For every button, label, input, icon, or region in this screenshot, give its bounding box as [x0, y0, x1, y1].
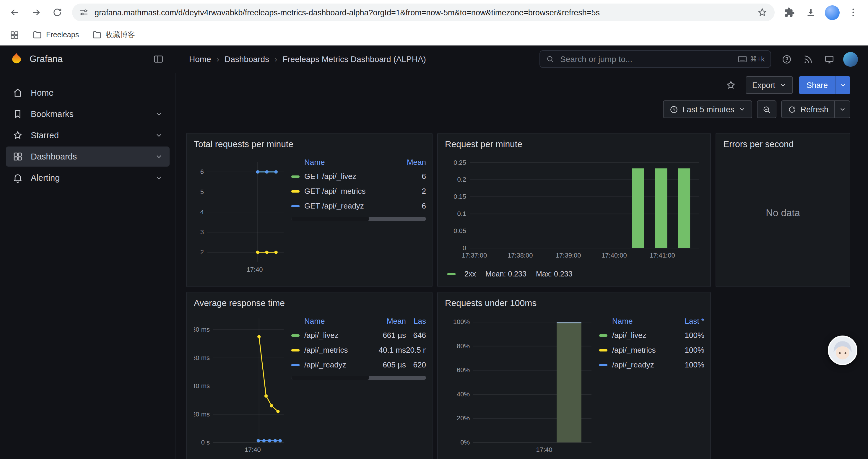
chart-request-per-minute[interactable]: 0.250.20.150.10.05017:37:0017:38:0017:39…: [445, 153, 703, 268]
folder-icon: [92, 30, 101, 40]
panel-title[interactable]: Average response time: [194, 296, 425, 310]
url-bar[interactable]: grafana.mathmast.com/d/deytv4rwavabkb/fr…: [72, 4, 775, 21]
screen: grafana.mathmast.com/d/deytv4rwavabkb/fr…: [0, 0, 868, 459]
legend-row: /api/_readyz 100%: [599, 357, 704, 372]
bookmark-label: 收藏博客: [105, 30, 135, 40]
reload-button[interactable]: [47, 2, 67, 23]
site-info-icon[interactable]: [79, 8, 89, 17]
legend-col-name[interactable]: Name: [304, 316, 372, 325]
legend-scrollbar[interactable]: [291, 376, 426, 380]
series-color-dash: [599, 349, 608, 351]
apps-grid-icon[interactable]: [9, 30, 20, 40]
profile-button[interactable]: [822, 2, 842, 23]
chart-total-requests[interactable]: 6543217:40: [194, 153, 288, 282]
user-menu-button[interactable]: [841, 50, 860, 68]
series-max-stat: Max: 0.233: [536, 270, 572, 278]
panel-title[interactable]: Requests under 100ms: [445, 296, 703, 310]
series-mean: 6: [400, 172, 426, 181]
series-color-dash: [291, 205, 300, 207]
url-text[interactable]: grafana.mathmast.com/d/deytv4rwavabkb/fr…: [95, 8, 751, 17]
svg-text:17:40: 17:40: [245, 446, 261, 453]
series-name[interactable]: /api/_metrics: [612, 346, 676, 355]
floating-avatar[interactable]: [828, 335, 857, 365]
series-name[interactable]: /api/_readyz: [612, 360, 676, 369]
export-button[interactable]: Export: [746, 76, 793, 94]
kiosk-button[interactable]: [819, 50, 838, 68]
refresh-interval-button[interactable]: [835, 100, 850, 118]
svg-text:17:41:00: 17:41:00: [650, 252, 675, 259]
sidebar-item-starred[interactable]: Starred: [6, 125, 169, 145]
chevron-down-icon[interactable]: [155, 131, 163, 139]
series-name[interactable]: GET /api/_metrics: [304, 187, 400, 196]
bookmark-freeleaps[interactable]: Freeleaps: [32, 30, 79, 40]
legend-scrollbar[interactable]: [291, 217, 426, 221]
share-menu-button[interactable]: [836, 76, 850, 94]
series-name[interactable]: /api/_livez: [304, 331, 372, 340]
forward-button[interactable]: [26, 2, 46, 23]
search-input[interactable]: [559, 54, 733, 64]
legend-col-last[interactable]: Last *: [676, 316, 704, 325]
legend-header: Name Last *: [599, 314, 704, 328]
chevron-down-icon: [839, 106, 846, 113]
legend-col-last[interactable]: Las: [406, 316, 426, 325]
dashboards-grid-icon: [12, 151, 23, 162]
series-name[interactable]: /api/_metrics: [304, 346, 372, 355]
svg-text:0.05: 0.05: [454, 227, 466, 234]
chart-requests-under-100ms[interactable]: 100%80%60%40%20%0%17:40: [445, 311, 596, 459]
panel-title[interactable]: Total requests per minute: [194, 137, 425, 151]
back-button[interactable]: [5, 2, 25, 23]
svg-text:0.1: 0.1: [457, 210, 466, 218]
sidebar-item-bookmarks[interactable]: Bookmarks: [6, 104, 169, 124]
panel-body: 6543217:40 Name Mean GET /api/_livez 6: [194, 153, 425, 282]
dock-menu-toggle[interactable]: [149, 50, 168, 68]
app-body: Home Bookmarks Starred Dashboards Alerti…: [0, 73, 868, 459]
sidebar-item-home[interactable]: Home: [6, 83, 169, 103]
series-name[interactable]: GET /api/_readyz: [304, 201, 400, 210]
grafana-header-left: Grafana: [0, 50, 176, 68]
legend-col-name[interactable]: Name: [612, 316, 676, 325]
series-last: 20.5 m: [406, 346, 426, 355]
chevron-down-icon[interactable]: [155, 174, 163, 182]
legend-row: /api/_metrics 100%: [599, 342, 704, 357]
bookmark-blog-favorites[interactable]: 收藏博客: [92, 30, 135, 40]
sidebar-item-alerting[interactable]: Alerting: [6, 168, 169, 188]
extensions-button[interactable]: [779, 2, 800, 23]
search-box[interactable]: ⌘+k: [539, 50, 771, 68]
chevron-down-icon[interactable]: [155, 110, 163, 118]
legend-col-mean[interactable]: Mean: [372, 316, 406, 325]
zoom-out-button[interactable]: [756, 100, 776, 118]
favorite-dashboard-button[interactable]: [722, 76, 740, 94]
refresh-icon: [787, 105, 796, 114]
svg-text:60 ms: 60 ms: [194, 354, 210, 362]
downloads-button[interactable]: [801, 2, 821, 23]
sidebar-item-dashboards[interactable]: Dashboards: [6, 146, 169, 167]
chevron-down-icon[interactable]: [155, 153, 163, 161]
browser-menu-button[interactable]: [843, 2, 863, 23]
svg-text:80%: 80%: [457, 342, 470, 350]
scrollbar-thumb[interactable]: [291, 376, 369, 380]
share-button[interactable]: Share: [799, 76, 836, 94]
panel-title[interactable]: Request per minute: [445, 137, 703, 151]
grafana-logo[interactable]: [9, 52, 24, 66]
panels-grid: Total requests per minute 6543217:40 Nam…: [186, 133, 850, 459]
series-name[interactable]: GET /api/_livez: [304, 172, 400, 181]
avatar-illustration: [829, 337, 856, 364]
breadcrumb-home[interactable]: Home: [189, 54, 211, 64]
chart-average-response-time[interactable]: 80 ms60 ms40 ms20 ms0 s17:40: [194, 311, 288, 459]
time-range-picker[interactable]: Last 5 minutes: [663, 100, 752, 118]
legend-header: Name Mean Las: [291, 314, 426, 328]
news-button[interactable]: [798, 50, 817, 68]
breadcrumb-dashboards[interactable]: Dashboards: [224, 54, 269, 64]
refresh-button[interactable]: Refresh: [781, 100, 835, 118]
legend-series-2xx[interactable]: 2xx: [447, 270, 476, 278]
series-name[interactable]: /api/_readyz: [304, 360, 372, 369]
series-last: 100%: [676, 331, 704, 340]
legend-col-name[interactable]: Name: [304, 157, 400, 166]
series-name[interactable]: /api/_livez: [612, 331, 676, 340]
reload-icon: [52, 7, 63, 18]
panel-title[interactable]: Errors per second: [723, 137, 843, 151]
bookmark-star-icon[interactable]: [757, 7, 768, 18]
help-button[interactable]: [777, 50, 796, 68]
legend-col-mean[interactable]: Mean: [400, 157, 426, 166]
scrollbar-thumb[interactable]: [291, 217, 369, 221]
